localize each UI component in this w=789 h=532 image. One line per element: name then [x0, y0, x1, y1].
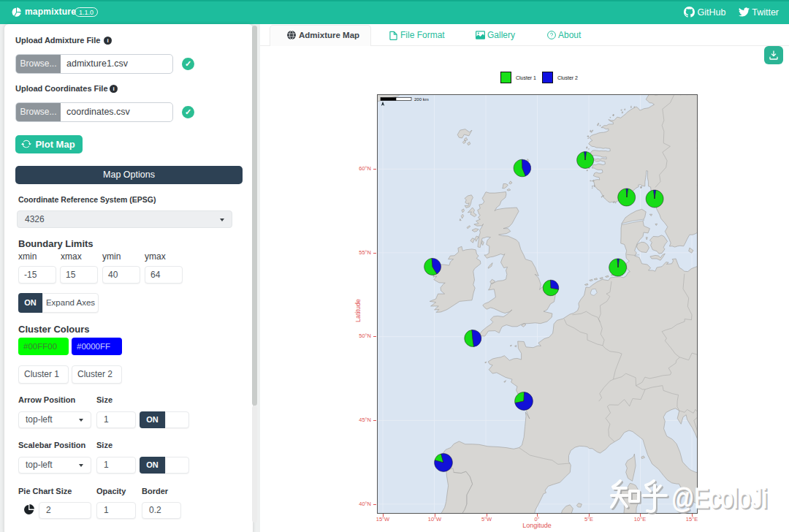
svg-text:200 km: 200 km — [414, 97, 429, 102]
